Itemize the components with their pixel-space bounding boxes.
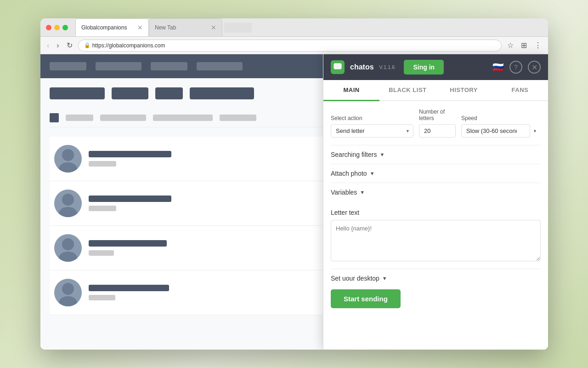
number-of-letters-group: Number ofletters [419, 109, 456, 138]
select-action-label: Select action [331, 115, 413, 121]
nav-item-4 [197, 62, 243, 70]
filter-bar-4 [220, 115, 256, 121]
profile-info [89, 151, 171, 167]
title-bar: Globalcompanions ✕ New Tab ✕ [40, 18, 548, 37]
tab-history[interactable]: HISTORY [436, 80, 492, 100]
attach-photo-arrow: ▼ [370, 171, 375, 176]
maximize-window-btn[interactable] [62, 25, 68, 30]
header-block-2 [112, 87, 148, 99]
tab-main[interactable]: MAIN [323, 80, 379, 101]
tab-label: Globalcompanions [81, 24, 127, 31]
lock-icon: 🔒 [84, 42, 90, 48]
signin-button[interactable]: Sing in [404, 60, 444, 75]
filter-bar-1 [66, 115, 93, 121]
avatar [54, 234, 82, 262]
select-action-group: Select action Send letter [331, 115, 413, 138]
attach-photo-section: Attach photo ▼ [331, 164, 541, 183]
profile-sub [89, 250, 114, 256]
variables-section: Variables ▼ [331, 183, 541, 201]
nav-item-1 [50, 62, 86, 70]
profile-sub [89, 206, 116, 211]
website-content: chatos V.1.1.6 Sing in 🇷🇺 ? ✕ MAIN BLACK… [40, 54, 548, 350]
select-action-dropdown[interactable]: Send letter [331, 124, 413, 138]
svg-point-2 [62, 194, 74, 206]
address-bar: ‹ › ↻ 🔒 https://globalcompanions.com ☆ ⊞… [40, 37, 548, 54]
profile-sub [89, 161, 116, 167]
header-block-1 [50, 87, 105, 99]
profile-info [89, 240, 167, 256]
profile-info [89, 196, 171, 211]
close-popup-button[interactable]: ✕ [528, 61, 541, 74]
speed-wrapper: Slow (30-60 seconds. Re [461, 124, 541, 138]
svg-point-3 [59, 207, 77, 217]
variables-label: Variables [331, 189, 357, 196]
variables-header[interactable]: Variables ▼ [331, 189, 541, 196]
avatar [54, 190, 82, 217]
tab-close-btn[interactable]: ✕ [137, 24, 143, 31]
attach-photo-header[interactable]: Attach photo ▼ [331, 170, 541, 177]
browser-window: Globalcompanions ✕ New Tab ✕ ‹ › ↻ 🔒 htt… [40, 18, 548, 350]
profile-name [89, 240, 167, 247]
profile-info [89, 285, 169, 300]
forward-btn[interactable]: › [55, 40, 61, 51]
letter-text-label: Letter text [331, 209, 541, 216]
searching-filters-label: Searching filters [331, 151, 377, 158]
app-name: chatos [350, 63, 374, 71]
number-of-letters-input[interactable] [419, 124, 456, 138]
tab-blacklist[interactable]: BLACK LIST [379, 80, 435, 100]
menu-btn[interactable]: ⋮ [532, 40, 543, 51]
language-flag[interactable]: 🇷🇺 [492, 62, 504, 73]
back-btn[interactable]: ‹ [45, 40, 51, 51]
tab-bar: Globalcompanions ✕ New Tab ✕ [75, 18, 543, 36]
variables-arrow: ▼ [360, 190, 365, 195]
start-sending-button[interactable]: Start sending [331, 289, 401, 308]
tab-globalcompanions[interactable]: Globalcompanions ✕ [75, 18, 149, 36]
profile-sub [89, 295, 115, 300]
profile-name [89, 196, 171, 202]
popup-header: chatos V.1.1.6 Sing in 🇷🇺 ? ✕ [323, 54, 548, 80]
nav-item-3 [151, 62, 187, 70]
avatar [54, 279, 82, 306]
speed-dropdown[interactable]: Slow (30-60 seconds. Re [461, 124, 530, 138]
svg-point-5 [59, 252, 77, 262]
svg-point-0 [62, 149, 74, 161]
app-version: V.1.1.6 [379, 64, 395, 70]
set-desktop-label: Set uour desktop [331, 275, 379, 282]
tab-placeholder [224, 23, 252, 33]
minimize-window-btn[interactable] [54, 25, 60, 30]
nav-item-2 [96, 62, 141, 70]
number-of-letters-label: Number ofletters [419, 109, 456, 121]
set-desktop-header[interactable]: Set uour desktop ▼ [331, 275, 541, 282]
attach-photo-label: Attach photo [331, 170, 367, 177]
profile-name [89, 151, 171, 157]
popup-tab-bar: MAIN BLACK LIST HISTORY FANS [323, 80, 548, 101]
letter-text-section: Letter text [331, 203, 541, 269]
svg-point-7 [59, 296, 77, 306]
avatar [54, 145, 82, 172]
traffic-lights [46, 25, 68, 30]
searching-filters-arrow: ▼ [379, 152, 384, 157]
url-bar[interactable]: 🔒 https://globalcompanions.com [78, 40, 502, 52]
url-text: https://globalcompanions.com [92, 42, 165, 49]
tab-label: New Tab [155, 24, 176, 31]
svg-point-6 [62, 283, 74, 295]
extension-popup: chatos V.1.1.6 Sing in 🇷🇺 ? ✕ MAIN BLACK… [323, 54, 548, 350]
reload-btn[interactable]: ↻ [65, 40, 74, 51]
svg-point-4 [62, 238, 74, 250]
filter-checkbox[interactable] [50, 113, 59, 122]
tab-fans[interactable]: FANS [492, 80, 548, 100]
header-block-4 [190, 87, 254, 99]
filter-bar-2 [100, 115, 146, 121]
filter-bar-3 [153, 115, 213, 121]
select-action-wrapper: Send letter [331, 124, 413, 138]
letter-text-textarea[interactable] [331, 220, 541, 261]
tab-close-btn[interactable]: ✕ [211, 24, 216, 31]
extensions-btn[interactable]: ⊞ [519, 40, 529, 51]
searching-filters-header[interactable]: Searching filters ▼ [331, 151, 541, 158]
searching-filters-section: Searching filters ▼ [331, 145, 541, 164]
tab-newtab[interactable]: New Tab ✕ [149, 18, 222, 36]
svg-rect-8 [334, 63, 341, 69]
bookmark-btn[interactable]: ☆ [505, 40, 515, 51]
help-button[interactable]: ? [509, 61, 522, 74]
close-window-btn[interactable] [46, 25, 51, 30]
